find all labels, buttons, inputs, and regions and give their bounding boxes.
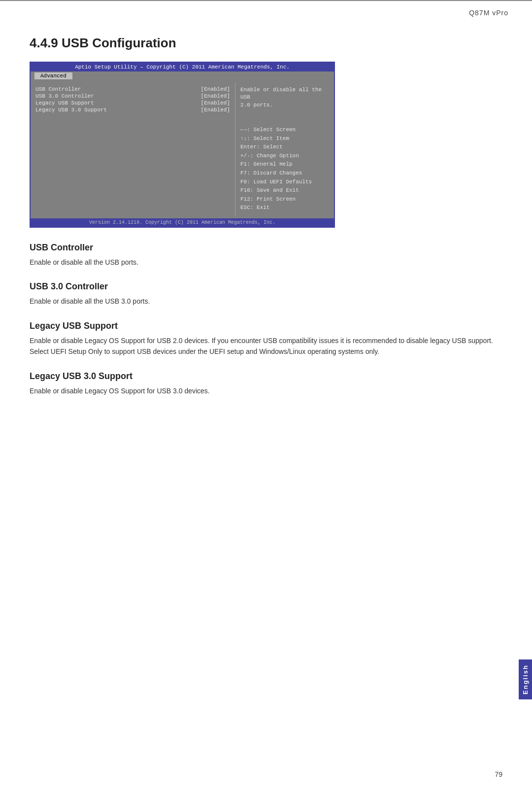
heading-usb30-controller: USB 3.0 Controller [30,281,502,292]
bios-shortcuts: ←→: Select Screen ↑↓: Select Item Enter:… [240,126,329,212]
text-usb30-controller: Enable or disable all the USB 3.0 ports. [30,296,502,307]
brand-name: Q87M vPro [469,9,508,17]
shortcut-enter: Enter: Select [240,143,329,152]
bios-right-panel: Enable or disable all the USB2.0 ports. … [235,82,334,216]
section-title: 4.4.9 USB Configuration [30,35,502,51]
page-number: 79 [495,770,502,778]
shortcut-change-option: +/-: Change Option [240,152,329,161]
bios-screenshot: Aptio Setup Utility – Copyright (C) 2011… [30,62,335,228]
bios-left-panel: USB Controller [Enabled] USB 3.0 Control… [31,82,235,216]
bios-value-usb-controller: [Enabled] [201,86,230,92]
bios-item-usb30-controller: USB 3.0 Controller [Enabled] [35,93,230,99]
bios-footer: Version 2.14.1219. Copyright (C) 2011 Am… [31,218,334,227]
bios-tab-bar: Advanced [31,71,334,80]
shortcut-f12: F12: Print Screen [240,195,329,204]
shortcut-select-item: ↑↓: Select Item [240,135,329,143]
bios-divider [240,113,329,126]
main-content: 4.4.9 USB Configuration Aptio Setup Util… [0,1,532,428]
shortcut-f10: F10: Save and Exit [240,186,329,195]
text-legacy-usb: Enable or disable Legacy OS Support for … [30,335,502,357]
shortcut-esc: ESC: Exit [240,204,329,212]
bios-item-usb-controller: USB Controller [Enabled] [35,86,230,92]
bios-label-legacy-usb: Legacy USB Support [35,100,94,106]
shortcut-select-screen: ←→: Select Screen [240,126,329,135]
bios-label-usb-controller: USB Controller [35,86,81,92]
bios-value-legacy-usb: [Enabled] [201,100,230,106]
heading-usb-controller: USB Controller [30,243,502,253]
shortcut-f1: F1: General Help [240,160,329,169]
heading-legacy-usb30: Legacy USB 3.0 Support [30,371,502,382]
text-legacy-usb30: Enable or disable Legacy OS Support for … [30,385,502,396]
bios-title-bar: Aptio Setup Utility – Copyright (C) 2011… [31,63,334,71]
bios-value-usb30-controller: [Enabled] [201,93,230,99]
bios-label-legacy-usb30: Legacy USB 3.0 Support [35,107,107,113]
shortcut-f7: F7: Discard Changes [240,169,329,178]
bios-label-usb30-controller: USB 3.0 Controller [35,93,94,99]
shortcut-f9: F9: Load UEFI Defaults [240,178,329,187]
bios-item-legacy-usb: Legacy USB Support [Enabled] [35,100,230,106]
bios-help-text: Enable or disable all the USB2.0 ports. [240,86,329,109]
bios-tab-advanced: Advanced [34,72,72,79]
side-tab-english: English [519,659,532,699]
text-usb-controller: Enable or disable all the USB ports. [30,257,502,268]
bios-body: USB Controller [Enabled] USB 3.0 Control… [31,80,334,218]
bios-value-legacy-usb30: [Enabled] [201,107,230,113]
bios-item-legacy-usb30: Legacy USB 3.0 Support [Enabled] [35,107,230,113]
heading-legacy-usb: Legacy USB Support [30,321,502,331]
